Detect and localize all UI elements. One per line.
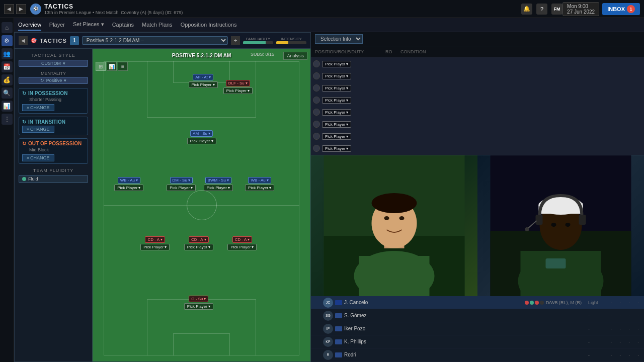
back-button[interactable]: ◀	[4, 4, 14, 14]
familiarity-section: FAMILIARITY	[243, 37, 273, 44]
am-pick-player-button[interactable]: Pick Player ▾	[187, 138, 216, 144]
cdl-pick-player-button[interactable]: Pick Player ▾	[140, 244, 170, 250]
mentality-select[interactable]: ↻ Positive ▾	[19, 77, 88, 84]
dm-pick-player-button[interactable]: Pick Player ▾	[167, 185, 196, 191]
tab-player[interactable]: Player	[49, 20, 65, 31]
af-dropdown[interactable]: ▾	[209, 75, 211, 79]
selection-info-dropdown[interactable]: Selection Info	[315, 34, 363, 44]
formation-select[interactable]: Positive 5-2-1-2 DM AM –	[82, 36, 228, 45]
sidebar-stats[interactable]: 📊	[2, 101, 13, 112]
familiarity-label: FAMILIARITY	[246, 37, 271, 41]
player-list: JC J. Cancelo D/WB (RL), M (R) Light - -…	[311, 296, 644, 362]
wbr-dropdown[interactable]: ▾	[267, 178, 269, 183]
subs-value: 0/15	[265, 52, 274, 57]
sidebar-matches[interactable]: 📅	[2, 61, 13, 72]
player-row-phillips[interactable]: KP K. Phillips - - - - -	[311, 335, 644, 348]
sidebar-tactics[interactable]: ⚙	[2, 35, 13, 46]
tactics-title: TACTICS	[40, 38, 67, 44]
position-af: AF - At ▾ Pick Player ▾	[189, 74, 218, 88]
cancelo-dash-3: -	[626, 300, 633, 305]
webcam-area	[311, 155, 644, 296]
sidebar-home[interactable]: ⌂	[2, 22, 13, 33]
inbox-button[interactable]: INBOX 1	[602, 3, 640, 15]
tab-set-pieces[interactable]: Set Pieces ▾	[73, 19, 104, 31]
bwm-pick-player-button[interactable]: Pick Player ▾	[204, 185, 233, 191]
in-possession-change-button[interactable]: » CHANGE	[22, 104, 54, 111]
subtitle: 13th in Premier League • Next Match: Cov…	[44, 10, 183, 15]
out-of-possession-change-button[interactable]: » CHANGE	[22, 154, 54, 161]
cancelo-red-dot[interactable]	[525, 301, 529, 305]
sub-pick-4[interactable]: Pick Player ▾	[322, 97, 351, 104]
cdr-dropdown[interactable]: ▾	[248, 237, 250, 242]
player-name-gomez: S. Gómez	[344, 313, 544, 318]
dm-dropdown[interactable]: ▾	[188, 178, 190, 183]
player-row-rodri[interactable]: R Rodri - - - - -	[311, 348, 644, 361]
add-tactic-button[interactable]: +	[231, 36, 240, 45]
sub-pick-8[interactable]: Pick Player ▾	[322, 145, 351, 152]
fm-icon[interactable]: FM	[551, 4, 562, 15]
sub-pick-2[interactable]: Pick Player ▾	[322, 73, 351, 79]
player-avatar-pozo: IP	[323, 324, 333, 334]
af-pick-player-button[interactable]: Pick Player ▾	[189, 81, 218, 88]
cancelo-action-icons	[525, 301, 544, 305]
player-row-cancelo[interactable]: JC J. Cancelo D/WB (RL), M (R) Light - -…	[311, 296, 644, 309]
view-2d-button[interactable]: ⊞	[96, 62, 106, 71]
tab-captains[interactable]: Captains	[112, 20, 134, 31]
custom-badge[interactable]: CUSTOM ▾	[19, 60, 88, 67]
tactics-panel: ◀ 🎯 TACTICS 1 Positive 5-2-1-2 DM AM – +…	[14, 32, 311, 362]
wbr-pick-player-button[interactable]: Pick Player ▾	[245, 185, 274, 191]
player-row-pozo[interactable]: IP Iker Pozo - - - - -	[311, 322, 644, 335]
sub-pick-1[interactable]: Pick Player ▾	[322, 61, 351, 67]
gk-dropdown[interactable]: ▾	[204, 297, 206, 301]
dlf-dropdown[interactable]: ▾	[246, 81, 248, 85]
in-transition-change-button[interactable]: » CHANGE	[22, 126, 54, 133]
cdc-dropdown[interactable]: ▾	[204, 237, 206, 242]
help-icon[interactable]: ?	[536, 4, 547, 15]
dlf-pick-player-button[interactable]: Pick Player ▾	[223, 87, 253, 94]
view-list-button[interactable]: ≡	[118, 62, 128, 71]
top-icons: 🔔 ? FM	[521, 4, 562, 15]
sidebar-transfers[interactable]: 💰	[2, 74, 13, 85]
gk-pick-player-button[interactable]: Pick Player ▾	[184, 303, 213, 310]
sidebar-squad[interactable]: 👥	[2, 48, 13, 59]
page-title: TACTICS	[44, 3, 178, 10]
position-dlf: DLF - Su ▾ Pick Player ▾	[223, 80, 253, 94]
position-cd-left: CD - A ▾ Pick Player ▾	[140, 236, 170, 250]
sidebar-search[interactable]: 🔍	[2, 87, 13, 99]
main-content: ◀ 🎯 TACTICS 1 Positive 5-2-1-2 DM AM – +…	[14, 32, 644, 362]
player-avatar-gomez: SG	[323, 311, 333, 321]
tab-match-plans[interactable]: Match Plans	[142, 20, 173, 31]
cdl-dropdown[interactable]: ▾	[160, 237, 163, 242]
sidebar-more[interactable]: ⋮	[2, 114, 13, 125]
fluid-badge[interactable]: Fluid	[19, 175, 88, 183]
sub-pick-5[interactable]: Pick Player ▾	[322, 109, 351, 116]
tactics-collapse-button[interactable]: ◀	[19, 36, 28, 45]
forward-button[interactable]: ▶	[16, 4, 26, 14]
cancelo-gray-dot[interactable]	[540, 301, 544, 305]
player-flag-cancelo	[335, 300, 342, 305]
cdr-pick-player-button[interactable]: Pick Player ▾	[227, 244, 257, 250]
sub-pick-7[interactable]: Pick Player ▾	[322, 133, 351, 140]
cancelo-red-dot-2[interactable]	[535, 301, 539, 305]
sub-pick-3[interactable]: Pick Player ▾	[322, 85, 351, 92]
svg-rect-17	[539, 203, 583, 214]
column-headers: POSITION/ROLE/DUTY RO CONDITION	[311, 46, 644, 57]
notification-icon[interactable]: 🔔	[521, 4, 532, 15]
out-of-possession-icon: ↻	[22, 141, 26, 146]
svg-point-19	[566, 223, 571, 227]
top-bar: ◀ ▶ ⚽ TACTICS 13th in Premier League • N…	[0, 0, 644, 18]
view-chart-button[interactable]: 📊	[107, 62, 117, 71]
sub-pick-6[interactable]: Pick Player ▾	[322, 121, 351, 128]
analysis-button[interactable]: Analysis	[283, 52, 307, 60]
player-row-gomez[interactable]: SG S. Gómez - - - - -	[311, 309, 644, 322]
tab-opposition[interactable]: Opposition Instructions	[181, 20, 237, 31]
wbl-pick-player-button[interactable]: Pick Player ▾	[114, 185, 143, 191]
tab-overview[interactable]: Overview	[18, 20, 41, 31]
chevron-right-icon: »	[27, 105, 29, 110]
cancelo-green-dot[interactable]	[530, 301, 534, 305]
wbl-dropdown[interactable]: ▾	[136, 178, 138, 183]
bwm-dropdown[interactable]: ▾	[227, 178, 229, 183]
am-dropdown[interactable]: ▾	[208, 131, 210, 136]
sub-slot-2: Pick Player ▾	[313, 70, 642, 81]
cdc-pick-player-button[interactable]: Pick Player ▾	[184, 244, 213, 250]
